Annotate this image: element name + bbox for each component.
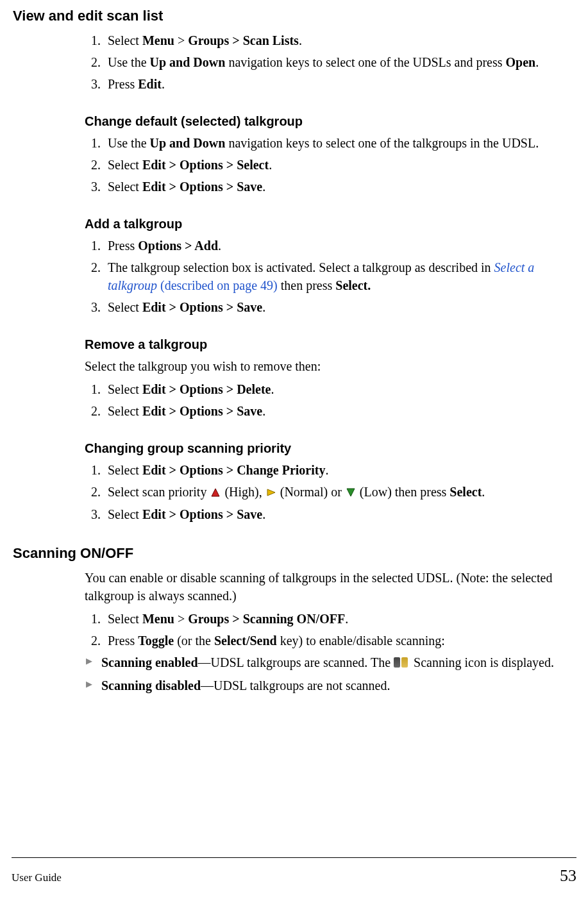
text: Use the	[108, 55, 150, 69]
text: .	[262, 300, 265, 314]
text: The talkgroup selection box is activated…	[108, 260, 494, 274]
scanning-icon	[394, 656, 410, 669]
text: Edit > Options > Save	[142, 180, 262, 194]
text: Edit > Options > Select	[142, 158, 269, 172]
text: Edit > Options > Save	[142, 404, 262, 418]
text: .	[162, 77, 165, 91]
text: Options > Add	[138, 239, 218, 253]
text: .	[262, 507, 265, 521]
text: Edit	[138, 77, 162, 91]
text: Use the	[108, 136, 150, 150]
text: Select	[108, 382, 142, 396]
text: .	[218, 239, 221, 253]
paragraph-remove-intro: Select the talkgroup you wish to remove …	[85, 357, 564, 375]
steps-change-priority: Select Edit > Options > Change Priority.…	[85, 461, 564, 523]
text: .	[271, 382, 274, 396]
text: Select	[108, 300, 142, 314]
list-item: Scanning disabled—UDSL talkgroups are no…	[85, 676, 564, 694]
page-footer: User Guide 53	[12, 857, 576, 887]
steps-scanning-onoff: Select Menu > Groups > Scanning ON/OFF. …	[85, 610, 564, 650]
text: .	[299, 33, 302, 47]
heading-scanning-onoff: Scanning ON/OFF	[13, 544, 575, 564]
list-item: Select Edit > Options > Save.	[104, 298, 564, 316]
list-item: Scanning enabled—UDSL talkgroups are sca…	[85, 653, 564, 671]
priority-low-icon	[346, 483, 355, 501]
heading-change-default-talkgroup: Change default (selected) talkgroup	[85, 112, 575, 130]
text: Menu	[142, 612, 174, 626]
text: (or the	[174, 634, 214, 648]
priority-normal-icon	[267, 483, 276, 501]
text: .	[262, 404, 265, 418]
text: Select scan priority	[108, 485, 210, 499]
text: Select	[108, 33, 142, 47]
list-item: Press Options > Add.	[104, 237, 564, 255]
text: then press	[278, 278, 336, 292]
priority-high-icon	[211, 483, 220, 501]
list-item: Select scan priority (High), (Normal) or…	[104, 483, 564, 501]
text: >	[174, 33, 188, 47]
text: Groups > Scanning ON/OFF	[188, 612, 345, 626]
text: .	[345, 612, 348, 626]
text: Select	[108, 507, 142, 521]
text: Up and Down	[150, 55, 226, 69]
text: Groups > Scan Lists	[188, 33, 299, 47]
text: Select	[449, 485, 482, 499]
heading-add-talkgroup: Add a talkgroup	[85, 215, 575, 233]
text: Edit > Options > Save	[142, 507, 262, 521]
list-item: Press Edit.	[104, 75, 564, 93]
list-item: Select Menu > Groups > Scan Lists.	[104, 31, 564, 49]
heading-remove-talkgroup: Remove a talkgroup	[85, 335, 575, 353]
text: .	[535, 55, 539, 69]
text: key) to enable/disable scanning:	[277, 634, 445, 648]
text: Open	[506, 55, 536, 69]
text: Select	[108, 158, 142, 172]
steps-change-default: Use the Up and Down navigation keys to s…	[85, 134, 564, 196]
text: Scanning icon is displayed.	[410, 655, 554, 669]
steps-add-talkgroup: Press Options > Add. The talkgroup selec…	[85, 237, 564, 316]
paragraph-scanning-intro: You can enable or disable scanning of ta…	[85, 569, 564, 605]
link-page-49[interactable]: (described on page 49)	[157, 278, 278, 292]
text: Select	[108, 404, 142, 418]
steps-view-edit: Select Menu > Groups > Scan Lists. Use t…	[85, 31, 564, 93]
text: >	[174, 612, 188, 626]
page-number: 53	[560, 864, 576, 887]
text: navigation keys to select one of the UDS…	[225, 55, 505, 69]
footer-title: User Guide	[12, 870, 62, 886]
text: Edit > Options > Save	[142, 300, 262, 314]
text: Select	[108, 463, 142, 477]
text: .	[262, 180, 265, 194]
list-item: Select Edit > Options > Change Priority.	[104, 461, 564, 479]
list-item: The talkgroup selection box is activated…	[104, 258, 564, 294]
text: .	[269, 158, 272, 172]
list-item: Select Edit > Options > Save.	[104, 402, 564, 420]
text: Select.	[335, 278, 371, 292]
text: Press	[108, 239, 138, 253]
text: navigation keys to select one of the tal…	[225, 136, 539, 150]
text: (Normal) or	[277, 485, 345, 499]
text: Edit > Options > Change Priority	[142, 463, 326, 477]
text: Menu	[142, 33, 174, 47]
heading-view-edit-scan-list: View and edit scan list	[13, 6, 575, 26]
list-item: Select Edit > Options > Save.	[104, 178, 564, 196]
text: —UDSL talkgroups are not scanned.	[201, 678, 390, 693]
text: Select	[108, 180, 142, 194]
svg-marker-0	[212, 489, 219, 496]
list-item: Select Edit > Options > Save.	[104, 505, 564, 523]
list-item: Select Edit > Options > Delete.	[104, 380, 564, 398]
text: —UDSL talkgroups are scanned. The	[198, 655, 394, 669]
list-item: Use the Up and Down navigation keys to s…	[104, 53, 564, 71]
svg-marker-2	[347, 489, 355, 496]
list-item: Press Toggle (or the Select/Send key) to…	[104, 632, 564, 650]
text: Scanning enabled	[101, 655, 198, 669]
heading-change-priority: Changing group scanning priority	[85, 439, 575, 457]
svg-marker-1	[267, 489, 275, 496]
text: Press	[108, 77, 138, 91]
text: Press	[108, 634, 138, 648]
text: (Low) then press	[357, 485, 450, 499]
text: Up and Down	[150, 136, 226, 150]
bullet-list-scanning: Scanning enabled—UDSL talkgroups are sca…	[85, 653, 564, 694]
text: Select	[108, 612, 142, 626]
text: .	[482, 485, 485, 499]
text: Scanning disabled	[101, 678, 201, 693]
list-item: Select Edit > Options > Select.	[104, 156, 564, 174]
